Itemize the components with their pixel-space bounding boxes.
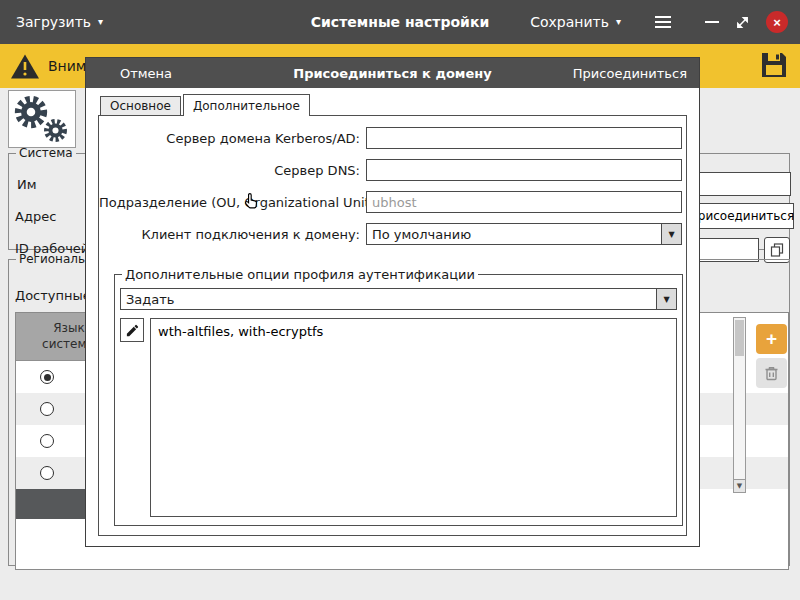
radio-unselected[interactable]	[40, 434, 54, 448]
domain-client-label: Клиент подключения к домену:	[99, 227, 366, 242]
auth-mode-select[interactable]: Задать ▼	[120, 288, 677, 310]
auth-options-fieldset: Дополнительные опции профиля аутентифика…	[114, 267, 683, 526]
save-menu-button[interactable]: Сохранить ▾	[530, 14, 621, 30]
trash-icon	[764, 365, 779, 381]
warning-triangle-icon	[10, 53, 40, 80]
pencil-icon	[125, 323, 140, 338]
load-menu-button[interactable]: Загрузить ▾	[16, 14, 103, 30]
auth-options-textarea[interactable]: wth-altfiles, with-ecryptfs	[150, 318, 677, 517]
join-domain-button-label: рисоединиться	[698, 209, 794, 223]
system-settings-gears-icon	[8, 90, 76, 148]
radio-selected[interactable]	[40, 370, 54, 384]
dialog-tabs: Основное Дополнительное	[100, 94, 310, 116]
scrollbar-down-arrow[interactable]: ▼	[734, 479, 745, 492]
advanced-tab-panel: Сервер домена Kerberos/AD: Сервер DNS: П…	[98, 115, 687, 536]
minimize-icon	[705, 21, 719, 23]
close-icon: ×	[773, 15, 781, 30]
save-file-button[interactable]	[760, 51, 788, 82]
chevron-down-icon: ▾	[616, 17, 621, 27]
radio-unselected[interactable]	[40, 402, 54, 416]
minimize-button[interactable]	[705, 21, 719, 23]
scrollbar-thumb[interactable]	[735, 320, 744, 356]
chevron-down-icon: ▼	[656, 289, 676, 309]
close-button[interactable]: ×	[766, 11, 788, 33]
table-scrollbar[interactable]: ▼	[733, 317, 746, 493]
cancel-button[interactable]: Отмена	[120, 66, 172, 81]
chevron-down-icon: ▼	[661, 224, 681, 244]
arrow-down-icon: ▼	[737, 482, 742, 490]
dns-server-label: Сервер DNS:	[99, 163, 366, 178]
dialog-header: Отмена Присоединиться к домену Присоедин…	[86, 58, 699, 88]
gear-icon	[42, 117, 69, 144]
hamburger-menu-button[interactable]	[655, 16, 671, 28]
expand-icon	[735, 15, 750, 30]
regional-legend: Региональн	[16, 252, 96, 266]
chevron-down-icon: ▾	[98, 17, 103, 27]
add-language-button[interactable]: +	[756, 324, 787, 354]
radio-unselected[interactable]	[40, 466, 54, 480]
save-menu-label: Сохранить	[530, 14, 609, 30]
edit-options-button[interactable]	[120, 318, 144, 342]
auth-options-legend: Дополнительные опции профиля аутентифика…	[122, 267, 478, 282]
tab-basic[interactable]: Основное	[100, 96, 181, 116]
plus-icon: +	[766, 328, 777, 350]
auth-mode-selected-value: Задать	[121, 292, 656, 307]
domain-address-label: Адрес	[15, 209, 56, 224]
dns-server-input[interactable]	[366, 159, 682, 181]
top-bar: Загрузить ▾ Системные настройки Сохранит…	[0, 0, 800, 44]
delete-language-button[interactable]	[756, 358, 787, 388]
domain-client-selected-value: По умолчанию	[367, 227, 661, 242]
join-button[interactable]: Присоединиться	[573, 66, 687, 81]
system-legend: Система	[16, 146, 76, 160]
ou-input[interactable]	[366, 191, 682, 213]
domain-client-select[interactable]: По умолчанию ▼	[366, 223, 682, 245]
kerberos-server-label: Сервер домена Kerberos/AD:	[99, 131, 366, 146]
computer-name-label: Им	[17, 177, 37, 192]
hamburger-icon	[655, 16, 671, 28]
load-menu-label: Загрузить	[16, 14, 91, 30]
join-domain-button[interactable]: рисоединиться	[698, 203, 794, 229]
floppy-save-icon	[760, 51, 788, 79]
resize-button[interactable]	[735, 15, 750, 30]
join-domain-dialog: Отмена Присоединиться к домену Присоедин…	[85, 57, 700, 547]
kerberos-server-input[interactable]	[366, 127, 682, 149]
ou-label: Подразделение (OU, Organizational Unit):	[99, 195, 366, 210]
tab-advanced[interactable]: Дополнительное	[183, 94, 310, 116]
